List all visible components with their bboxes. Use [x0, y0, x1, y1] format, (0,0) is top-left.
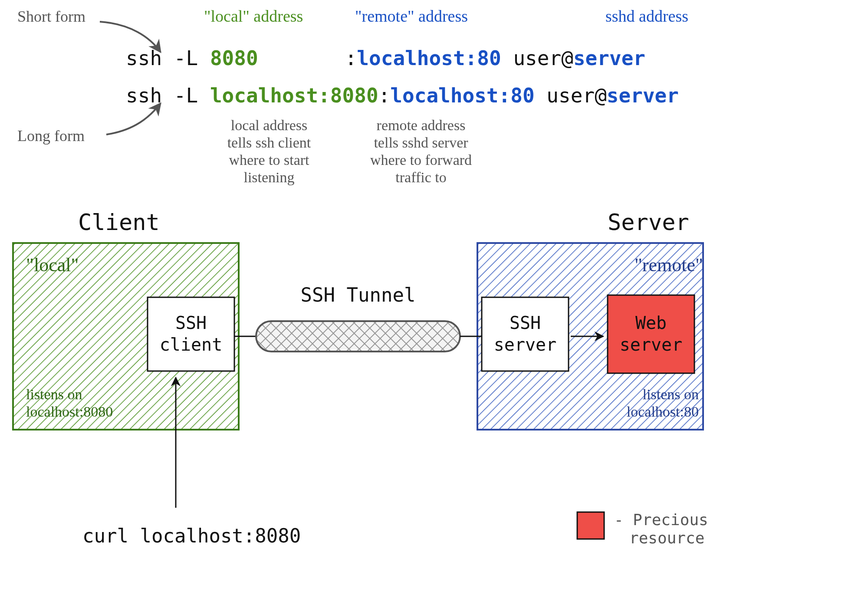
svg-text:- Precious: - Precious [614, 511, 708, 529]
ssh-tunnel-label: SSH Tunnel [301, 284, 416, 306]
arrow-long-form [106, 103, 161, 135]
svg-rect-27 [577, 512, 604, 539]
svg-text:tells ssh client: tells ssh client [227, 135, 311, 151]
cmd1-server: server [573, 46, 645, 70]
title-server: Server [608, 209, 689, 235]
server-listen-1: listens on [643, 386, 699, 402]
cmd-long: ssh -L localhost:8080:localhost:80 user@… [126, 84, 679, 107]
annot-remote-explain: remote address tells sshd server where t… [370, 117, 472, 185]
svg-text:resource: resource [629, 529, 704, 547]
annot-local-address: "local" address [204, 7, 303, 25]
svg-rect-25 [256, 321, 460, 352]
svg-text:traffic to: traffic to [395, 169, 446, 185]
annot-short-form: Short form [17, 8, 85, 25]
svg-text:remote address: remote address [377, 117, 466, 133]
ssh-server-box: SSH server [482, 297, 569, 371]
local-tag: "local" [26, 254, 79, 276]
cmd1-local: 8080 [210, 46, 258, 70]
svg-text:local address: local address [231, 117, 308, 133]
svg-text:SSH: SSH [175, 313, 207, 333]
svg-text:listening: listening [243, 169, 294, 185]
annot-local-explain: local address tells ssh client where to … [227, 117, 311, 185]
annot-long-form: Long form [17, 127, 85, 145]
ssh-tunnel [234, 321, 482, 352]
curl-command: curl localhost:8080 [82, 525, 301, 547]
ssh-client-box: SSH client [148, 297, 234, 371]
cmd2-prefix: ssh -L [126, 84, 210, 107]
svg-text:SSH: SSH [510, 313, 541, 333]
svg-text:server: server [620, 335, 683, 355]
annot-sshd-address: sshd address [605, 7, 688, 25]
client-listen-2: localhost:8080 [26, 404, 113, 420]
annot-remote-address: "remote" address [355, 7, 468, 25]
web-server-box: Web server [608, 295, 694, 373]
svg-text:client: client [160, 335, 223, 355]
svg-text:server: server [494, 335, 557, 355]
cmd2-colon: : [378, 84, 391, 107]
svg-text:where to start: where to start [229, 152, 309, 168]
svg-text:Web: Web [635, 313, 667, 333]
server-listen-2: localhost:80 [627, 404, 699, 420]
svg-rect-21 [608, 295, 694, 373]
cmd2-local: localhost:8080 [210, 84, 378, 107]
remote-tag: "remote" [635, 254, 703, 276]
cmd1-user: user@ [501, 46, 573, 70]
legend: - Precious resource [577, 511, 708, 547]
cmd1-remote: localhost:80 [357, 46, 501, 70]
svg-text:where to forward: where to forward [370, 152, 472, 168]
client-listen-1: listens on [26, 386, 82, 402]
cmd1-colon: : [345, 46, 357, 70]
title-client: Client [78, 209, 160, 235]
svg-text:tells sshd server: tells sshd server [374, 135, 468, 151]
svg-rect-14 [148, 297, 234, 371]
svg-rect-18 [482, 297, 569, 371]
cmd2-server: server [607, 84, 679, 107]
cmd2-user: user@ [535, 84, 607, 107]
cmd2-remote: localhost:80 [390, 84, 534, 107]
cmd-short: ssh -L 8080:localhost:80 user@server [126, 46, 645, 70]
cmd1-prefix: ssh -L [126, 46, 210, 70]
